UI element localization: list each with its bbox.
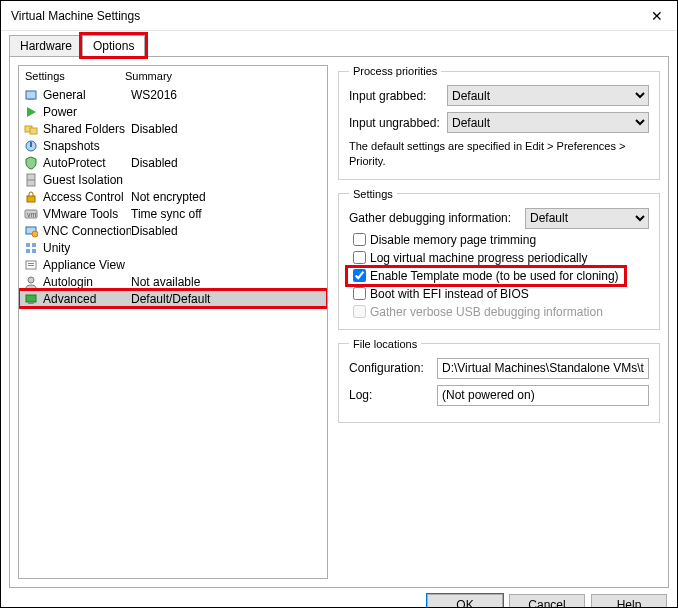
row-icon	[23, 274, 39, 290]
file-locations-group: File locations Configuration: Log:	[338, 338, 660, 423]
row-summary: WS2016	[131, 88, 325, 102]
input-grabbed-select[interactable]: Default	[447, 85, 649, 106]
svg-marker-2	[27, 107, 36, 117]
chk-template[interactable]	[353, 269, 366, 282]
svg-rect-8	[27, 196, 35, 202]
chk-template-label: Enable Template mode (to be used for clo…	[370, 269, 619, 283]
chk-log[interactable]	[353, 251, 366, 264]
row-name: Appliance View	[43, 258, 131, 272]
svg-point-20	[28, 277, 34, 283]
row-summary: Disabled	[131, 224, 325, 238]
list-item[interactable]: Snapshots	[19, 137, 327, 154]
ok-button[interactable]: OK	[427, 594, 503, 608]
content-panel: Settings Summary GeneralWS2016PowerShare…	[9, 56, 669, 588]
list-item[interactable]: Power	[19, 103, 327, 120]
dialog-footer: OK Cancel Help	[1, 594, 677, 608]
svg-rect-16	[32, 249, 36, 253]
svg-rect-15	[26, 249, 30, 253]
list-item[interactable]: AdvancedDefault/Default	[19, 290, 327, 307]
row-icon	[23, 155, 39, 171]
row-icon	[23, 87, 39, 103]
row-icon	[23, 189, 39, 205]
row-name: VNC Connections	[43, 224, 131, 238]
log-label: Log:	[349, 388, 431, 402]
list-item[interactable]: Unity	[19, 239, 327, 256]
priorities-note: The default settings are specified in Ed…	[349, 139, 649, 169]
row-summary: Default/Default	[131, 292, 325, 306]
row-icon	[23, 172, 39, 188]
row-icon: vm	[23, 206, 39, 222]
svg-text:vm: vm	[27, 211, 37, 218]
list-item[interactable]: Shared FoldersDisabled	[19, 120, 327, 137]
settings-list-pane: Settings Summary GeneralWS2016PowerShare…	[18, 65, 328, 579]
list-item[interactable]: VNC ConnectionsDisabled	[19, 222, 327, 239]
row-name: General	[43, 88, 131, 102]
settings-list[interactable]: GeneralWS2016PowerShared FoldersDisabled…	[19, 86, 327, 578]
row-icon	[23, 223, 39, 239]
row-summary: Time sync off	[131, 207, 325, 221]
row-name: Guest Isolation	[43, 173, 131, 187]
row-name: Snapshots	[43, 139, 131, 153]
svg-rect-1	[28, 99, 34, 100]
list-item[interactable]: vmVMware ToolsTime sync off	[19, 205, 327, 222]
file-locations-legend: File locations	[349, 338, 421, 350]
chk-efi-label: Boot with EFI instead of BIOS	[370, 287, 529, 301]
close-icon[interactable]: ✕	[645, 8, 669, 24]
settings-legend: Settings	[349, 188, 397, 200]
cancel-button[interactable]: Cancel	[509, 594, 585, 608]
svg-rect-19	[28, 265, 34, 266]
tabs: Hardware Options	[1, 31, 677, 56]
list-item[interactable]: GeneralWS2016	[19, 86, 327, 103]
config-field[interactable]	[437, 358, 649, 379]
row-name: VMware Tools	[43, 207, 131, 221]
row-summary: Disabled	[131, 156, 325, 170]
header-summary: Summary	[125, 70, 172, 82]
tab-hardware[interactable]: Hardware	[9, 35, 83, 56]
chk-usb-label: Gather verbose USB debugging information	[370, 305, 603, 319]
chk-usb	[353, 305, 366, 318]
row-name: Shared Folders	[43, 122, 131, 136]
svg-rect-18	[28, 263, 34, 264]
svg-rect-21	[26, 295, 36, 302]
row-name: Advanced	[43, 292, 131, 306]
window-title: Virtual Machine Settings	[11, 9, 140, 23]
list-item[interactable]: Guest Isolation	[19, 171, 327, 188]
log-field[interactable]	[437, 385, 649, 406]
list-item[interactable]: Access ControlNot encrypted	[19, 188, 327, 205]
chk-trim-label: Disable memory page trimming	[370, 233, 536, 247]
chk-trim[interactable]	[353, 233, 366, 246]
list-item[interactable]: AutologinNot available	[19, 273, 327, 290]
header-settings: Settings	[25, 70, 125, 82]
list-item[interactable]: AutoProtectDisabled	[19, 154, 327, 171]
row-summary: Not available	[131, 275, 325, 289]
help-button[interactable]: Help	[591, 594, 667, 608]
row-icon	[23, 138, 39, 154]
row-name: Unity	[43, 241, 131, 255]
row-icon	[23, 240, 39, 256]
svg-rect-13	[26, 243, 30, 247]
row-name: AutoProtect	[43, 156, 131, 170]
process-priorities-group: Process priorities Input grabbed: Defaul…	[338, 65, 660, 180]
list-headers: Settings Summary	[19, 70, 327, 86]
row-summary: Not encrypted	[131, 190, 325, 204]
svg-rect-0	[26, 91, 36, 99]
titlebar: Virtual Machine Settings ✕	[1, 1, 677, 31]
chk-log-label: Log virtual machine progress periodicall…	[370, 251, 587, 265]
row-name: Access Control	[43, 190, 131, 204]
config-label: Configuration:	[349, 361, 431, 375]
row-icon	[23, 121, 39, 137]
list-item[interactable]: Appliance View	[19, 256, 327, 273]
input-ungrabbed-select[interactable]: Default	[447, 112, 649, 133]
debug-label: Gather debugging information:	[349, 211, 519, 225]
tab-options[interactable]: Options	[82, 35, 145, 56]
svg-rect-22	[28, 302, 34, 304]
svg-rect-4	[30, 128, 37, 134]
priorities-legend: Process priorities	[349, 65, 441, 77]
right-pane: Process priorities Input grabbed: Defaul…	[338, 65, 660, 579]
input-ungrabbed-label: Input ungrabbed:	[349, 116, 441, 130]
row-summary: Disabled	[131, 122, 325, 136]
chk-efi[interactable]	[353, 287, 366, 300]
debug-select[interactable]: Default	[525, 208, 649, 229]
row-icon	[23, 257, 39, 273]
svg-rect-6	[30, 142, 32, 147]
